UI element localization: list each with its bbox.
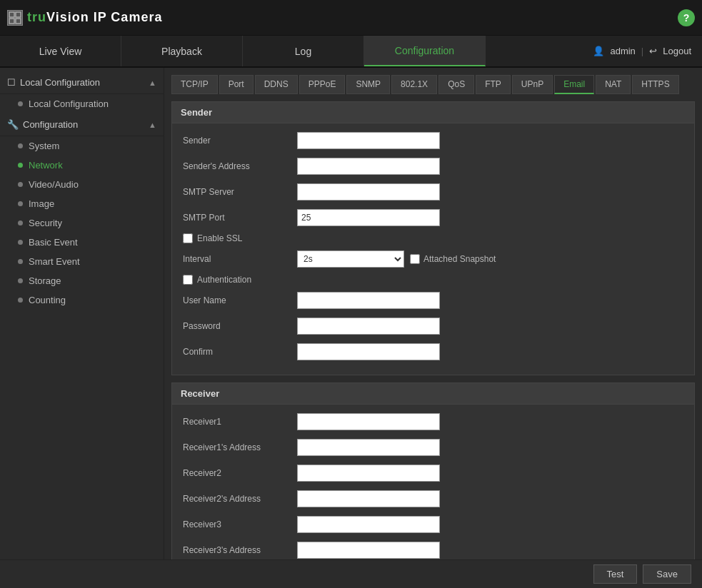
receiver3-input[interactable] bbox=[297, 516, 440, 533]
bottom-bar: Test Save bbox=[0, 559, 702, 588]
username-label: admin bbox=[610, 46, 635, 56]
enable-ssl-label[interactable]: Enable SSL bbox=[197, 233, 242, 243]
sidebar-item-smart-event[interactable]: Smart Event bbox=[0, 252, 164, 271]
receiver1-address-field-row: Receiver1's Address bbox=[183, 437, 683, 457]
subtabs-bar: TCP/IP Port DDNS PPPoE SNMP 802.1X QoS F… bbox=[171, 75, 695, 94]
subtab-https[interactable]: HTTPS bbox=[632, 75, 678, 94]
receiver2-address-input[interactable] bbox=[297, 490, 440, 507]
tab-playback[interactable]: Playback bbox=[121, 36, 243, 66]
sidebar-item-video-audio[interactable]: Video/Audio bbox=[0, 175, 164, 194]
help-button[interactable]: ? bbox=[678, 9, 695, 26]
sidebar-item-basic-event[interactable]: Basic Event bbox=[0, 233, 164, 252]
receiver2-address-label: Receiver2's Address bbox=[183, 494, 297, 504]
sender-input[interactable] bbox=[297, 132, 440, 149]
sidebar-item-counting[interactable]: Counting bbox=[0, 290, 164, 310]
sidebar-section-configuration[interactable]: 🔧 Configuration ▲ bbox=[0, 113, 164, 136]
subtab-nat[interactable]: NAT bbox=[596, 75, 631, 94]
password-label: Password bbox=[183, 321, 297, 331]
receiver3-address-field-row: Receiver3's Address bbox=[183, 540, 683, 559]
tab-live-view[interactable]: Live View bbox=[0, 36, 121, 66]
interval-select[interactable]: 2s 5s 10s 30s 60s bbox=[297, 250, 404, 268]
app-header: truVision IP Camera ? bbox=[0, 0, 702, 36]
user-area: 👤 admin | ↩ Logout bbox=[582, 36, 702, 66]
subtab-pppoe[interactable]: PPPoE bbox=[299, 75, 346, 94]
password-input[interactable] bbox=[297, 318, 440, 335]
enable-ssl-checkbox[interactable] bbox=[183, 233, 193, 243]
attached-snapshot-checkbox[interactable] bbox=[410, 254, 420, 264]
subtab-ftp[interactable]: FTP bbox=[476, 75, 511, 94]
receiver1-address-input[interactable] bbox=[297, 439, 440, 456]
subtab-ddns[interactable]: DDNS bbox=[255, 75, 298, 94]
subtab-port[interactable]: Port bbox=[219, 75, 254, 94]
interval-label: Interval bbox=[183, 254, 297, 264]
sidebar: ☐ Local Configuration ▲ Local Configurat… bbox=[0, 68, 164, 559]
senders-address-input[interactable] bbox=[297, 158, 440, 175]
smtp-port-label: SMTP Port bbox=[183, 213, 297, 223]
sidebar-item-storage[interactable]: Storage bbox=[0, 271, 164, 290]
sidebar-item-local-configuration[interactable]: Local Configuration bbox=[0, 94, 164, 113]
username-input[interactable] bbox=[297, 292, 440, 309]
smtp-server-label: SMTP Server bbox=[183, 187, 297, 197]
logo-icon bbox=[7, 10, 23, 26]
receiver3-address-label: Receiver3's Address bbox=[183, 545, 297, 555]
sidebar-item-image[interactable]: Image bbox=[0, 194, 164, 213]
app-logo: truVision IP Camera bbox=[7, 10, 162, 26]
test-button[interactable]: Test bbox=[593, 564, 638, 584]
subtab-email[interactable]: Email bbox=[554, 75, 594, 94]
receiver3-label: Receiver3 bbox=[183, 519, 297, 529]
logout-icon: ↩ bbox=[649, 46, 657, 56]
authentication-checkbox[interactable] bbox=[183, 275, 193, 285]
receiver1-input[interactable] bbox=[297, 413, 440, 430]
local-config-icon: ☐ bbox=[7, 77, 16, 88]
dot-icon bbox=[18, 298, 23, 303]
svg-rect-2 bbox=[9, 19, 14, 24]
attached-snapshot-wrap: Attached Snapshot bbox=[410, 254, 496, 264]
enable-ssl-row: Enable SSL bbox=[183, 233, 683, 243]
sidebar-section-local-config[interactable]: ☐ Local Configuration ▲ bbox=[0, 71, 164, 94]
sender-field-row: Sender bbox=[183, 131, 683, 151]
sender-label: Sender bbox=[183, 136, 297, 146]
sidebar-item-system[interactable]: System bbox=[0, 136, 164, 156]
senders-address-label: Sender's Address bbox=[183, 161, 297, 171]
authentication-label[interactable]: Authentication bbox=[197, 275, 251, 285]
receiver2-input[interactable] bbox=[297, 465, 440, 482]
receiver3-address-input[interactable] bbox=[297, 542, 440, 559]
save-button[interactable]: Save bbox=[643, 564, 691, 584]
subtab-8021x[interactable]: 802.1X bbox=[391, 75, 437, 94]
confirm-input[interactable] bbox=[297, 343, 440, 360]
tab-log[interactable]: Log bbox=[243, 36, 364, 66]
username-field-row: User Name bbox=[183, 290, 683, 310]
authentication-row: Authentication bbox=[183, 275, 683, 285]
user-icon: 👤 bbox=[593, 46, 604, 56]
logout-link[interactable]: Logout bbox=[663, 46, 691, 56]
dot-icon bbox=[18, 259, 23, 264]
sidebar-item-security[interactable]: Security bbox=[0, 213, 164, 233]
smtp-server-input[interactable] bbox=[297, 183, 440, 201]
subtab-upnp[interactable]: UPnP bbox=[512, 75, 553, 94]
receiver2-address-field-row: Receiver2's Address bbox=[183, 489, 683, 509]
smtp-server-field-row: SMTP Server bbox=[183, 182, 683, 202]
dot-icon bbox=[18, 220, 23, 225]
smtp-port-field-row: SMTP Port bbox=[183, 208, 683, 228]
logo-text: truVision IP Camera bbox=[27, 10, 162, 25]
sender-section: Sender Sender Sender's Address SMTP Serv… bbox=[171, 101, 695, 375]
sidebar-item-network[interactable]: Network bbox=[0, 156, 164, 175]
dot-icon bbox=[18, 143, 23, 148]
subtab-tcpip[interactable]: TCP/IP bbox=[171, 75, 218, 94]
chevron-up-icon: ▲ bbox=[149, 78, 156, 87]
dot-icon bbox=[18, 182, 23, 187]
receiver2-field-row: Receiver2 bbox=[183, 463, 683, 483]
receiver-section-header: Receiver bbox=[172, 383, 694, 405]
dot-icon-active bbox=[18, 163, 23, 168]
username-label: User Name bbox=[183, 295, 297, 305]
attached-snapshot-label: Attached Snapshot bbox=[423, 254, 496, 264]
main-layout: ☐ Local Configuration ▲ Local Configurat… bbox=[0, 68, 702, 559]
receiver1-label: Receiver1 bbox=[183, 417, 297, 427]
smtp-port-input[interactable] bbox=[297, 209, 440, 226]
subtab-snmp[interactable]: SNMP bbox=[346, 75, 390, 94]
subtab-qos[interactable]: QoS bbox=[438, 75, 474, 94]
password-field-row: Password bbox=[183, 316, 683, 336]
receiver-section: Receiver Receiver1 Receiver1's Address R… bbox=[171, 382, 695, 559]
chevron-up-icon-2: ▲ bbox=[149, 121, 156, 129]
tab-configuration[interactable]: Configuration bbox=[364, 36, 486, 66]
